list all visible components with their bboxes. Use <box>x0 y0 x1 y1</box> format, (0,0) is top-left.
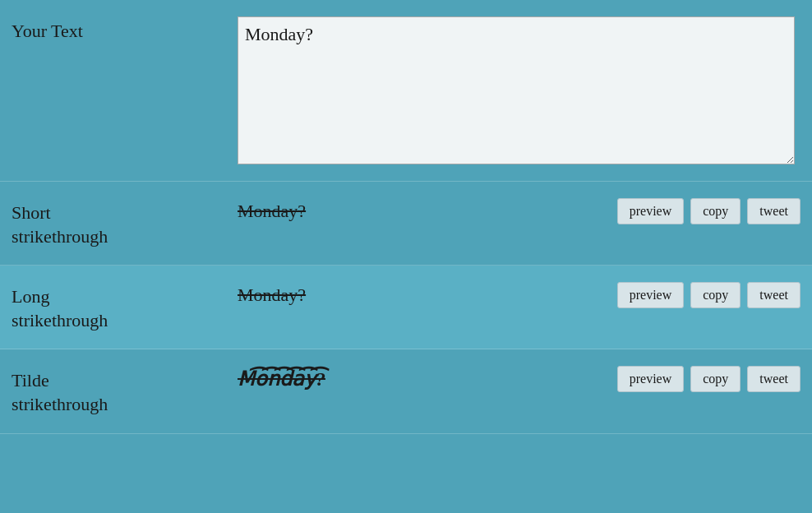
tilde-strikethrough-buttons: preview copy tweet <box>604 366 800 392</box>
tilde-tweet-button[interactable]: tweet <box>747 366 800 392</box>
short-strikethrough-text: Monday? <box>238 201 594 222</box>
long-strikethrough-row: Longstrikethrough Monday? preview copy t… <box>0 266 812 349</box>
short-strikethrough-buttons: preview copy tweet <box>604 198 800 224</box>
short-copy-button[interactable]: copy <box>690 198 740 224</box>
tilde-strikethrough-label: Tildestrikethrough <box>12 366 238 416</box>
your-text-input[interactable]: Monday? <box>238 16 795 164</box>
tilde-strikethrough-row: Tildestrikethrough M͡o͡n͡d͡a͡y͡? preview… <box>0 349 812 433</box>
long-strikethrough-label: Longstrikethrough <box>12 282 238 332</box>
tilde-strikethrough-text: M͡o͡n͡d͡a͡y͡? <box>238 367 594 391</box>
long-strikethrough-content: Monday? preview copy tweet <box>238 282 800 308</box>
short-tweet-button[interactable]: tweet <box>747 198 800 224</box>
your-text-row: Your Text Monday? <box>0 0 812 182</box>
tilde-text: M͡o͡n͡d͡a͡y͡? <box>238 367 325 391</box>
long-strikethrough-buttons: preview copy tweet <box>604 282 800 308</box>
short-preview-button[interactable]: preview <box>617 198 685 224</box>
long-strikethrough-text: Monday? <box>238 284 594 306</box>
short-strikethrough-content: Monday? preview copy tweet <box>238 198 800 224</box>
tilde-copy-button[interactable]: copy <box>690 366 740 392</box>
tilde-preview-button[interactable]: preview <box>617 366 685 392</box>
long-preview-button[interactable]: preview <box>617 282 685 308</box>
short-strikethrough-row: Shortstrikethrough Monday? preview copy … <box>0 182 812 266</box>
short-strikethrough-label: Shortstrikethrough <box>12 198 238 248</box>
your-text-label: Your Text <box>12 16 238 44</box>
long-copy-button[interactable]: copy <box>690 282 740 308</box>
your-text-content: Monday? <box>238 16 800 164</box>
tilde-strikethrough-content: M͡o͡n͡d͡a͡y͡? preview copy tweet <box>238 366 800 392</box>
long-tweet-button[interactable]: tweet <box>747 282 800 308</box>
